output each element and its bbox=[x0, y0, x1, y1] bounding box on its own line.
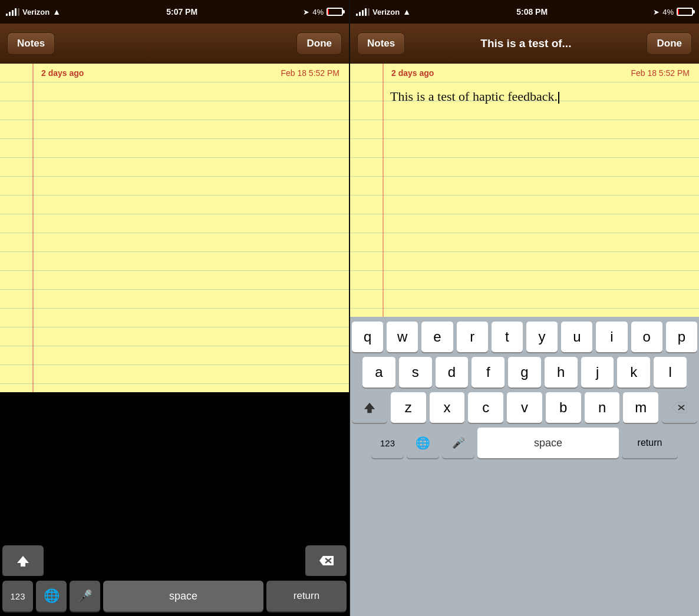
left-black-area: 123 🌐 🎤 space return bbox=[0, 392, 349, 616]
left-date-ago: 2 days ago bbox=[41, 68, 84, 78]
left-location-icon: ➤ bbox=[303, 8, 309, 16]
right-phone-panel: Verizon ▲ 5:08 PM ➤ 4% Notes This is a t… bbox=[350, 0, 699, 616]
left-status-bar: Verizon ▲ 5:07 PM ➤ 4% bbox=[0, 0, 349, 24]
key-k[interactable]: k bbox=[617, 357, 650, 388]
keyboard-row-3: z x c v b n m bbox=[352, 392, 697, 423]
right-note-text: This is a test of haptic feedback. bbox=[390, 89, 558, 104]
key-p[interactable]: p bbox=[666, 322, 697, 352]
right-notes-button[interactable]: Notes bbox=[357, 32, 405, 55]
key-a[interactable]: a bbox=[362, 357, 395, 388]
right-signal-bar-4 bbox=[365, 8, 367, 16]
right-note-area: 2 days ago Feb 18 5:52 PM This is a test… bbox=[350, 64, 699, 317]
left-notes-button[interactable]: Notes bbox=[7, 32, 55, 55]
left-done-button[interactable]: Done bbox=[296, 32, 342, 55]
shift-icon bbox=[16, 554, 30, 568]
key-e[interactable]: e bbox=[421, 322, 453, 352]
key-u[interactable]: u bbox=[561, 322, 592, 352]
left-note-area: 2 days ago Feb 18 5:52 PM bbox=[0, 64, 349, 392]
svg-marker-3 bbox=[364, 403, 375, 413]
left-date-full: Feb 18 5:52 PM bbox=[281, 68, 339, 78]
left-battery-icon bbox=[327, 8, 343, 16]
right-delete-icon bbox=[672, 402, 687, 413]
keyboard-row-1: q w e r t y u i o p bbox=[352, 322, 697, 352]
key-m[interactable]: m bbox=[623, 392, 658, 423]
left-return-button[interactable]: return bbox=[266, 581, 347, 611]
left-delete-button[interactable] bbox=[305, 545, 347, 576]
right-battery-fill bbox=[678, 9, 679, 15]
right-carrier: Verizon bbox=[372, 8, 400, 16]
right-signal-bar-1 bbox=[356, 14, 358, 16]
right-nav-bar: Notes This is a test of... Done bbox=[350, 24, 699, 64]
right-battery-pct: 4% bbox=[662, 8, 674, 16]
key-h[interactable]: h bbox=[545, 357, 578, 388]
right-location-icon: ➤ bbox=[653, 8, 660, 16]
keyboard-row-4: 123 🌐 🎤 space return bbox=[352, 428, 697, 458]
signal-bar-2 bbox=[9, 12, 11, 16]
right-margin-line bbox=[383, 64, 384, 317]
left-battery-fill bbox=[328, 9, 329, 15]
right-signal-bar-3 bbox=[362, 10, 364, 16]
right-mic-button[interactable]: 🎤 bbox=[442, 428, 474, 458]
signal-bar-5 bbox=[18, 8, 19, 16]
key-c[interactable]: c bbox=[468, 392, 503, 423]
left-globe-button[interactable]: 🌐 bbox=[36, 581, 67, 611]
key-b[interactable]: b bbox=[546, 392, 581, 423]
key-o[interactable]: o bbox=[631, 322, 662, 352]
key-v[interactable]: v bbox=[507, 392, 542, 423]
left-note-texture bbox=[0, 64, 349, 392]
key-x[interactable]: x bbox=[430, 392, 465, 423]
key-f[interactable]: f bbox=[472, 357, 505, 388]
left-margin-line bbox=[32, 64, 34, 392]
key-r[interactable]: r bbox=[457, 322, 488, 352]
right-date-full: Feb 18 5:52 PM bbox=[631, 68, 690, 78]
right-space-button[interactable]: space bbox=[477, 428, 619, 458]
key-i[interactable]: i bbox=[596, 322, 627, 352]
right-123-button[interactable]: 123 bbox=[371, 428, 404, 458]
key-w[interactable]: w bbox=[387, 322, 418, 352]
key-z[interactable]: z bbox=[391, 392, 426, 423]
right-battery-icon bbox=[677, 8, 693, 16]
right-delete-button[interactable] bbox=[662, 392, 697, 423]
key-y[interactable]: y bbox=[526, 322, 558, 352]
left-status-left: Verizon ▲ bbox=[6, 7, 61, 16]
right-shift-button[interactable] bbox=[352, 392, 387, 423]
key-t[interactable]: t bbox=[492, 322, 523, 352]
left-123-button[interactable]: 123 bbox=[2, 581, 33, 611]
right-return-button[interactable]: return bbox=[622, 428, 678, 458]
signal-bar-4 bbox=[15, 8, 17, 16]
right-status-left: Verizon ▲ bbox=[356, 7, 411, 16]
left-keyboard-bottom-row: 123 🌐 🎤 space return bbox=[0, 576, 349, 616]
right-done-button[interactable]: Done bbox=[647, 32, 692, 55]
key-s[interactable]: s bbox=[399, 357, 432, 388]
left-wifi-icon: ▲ bbox=[52, 7, 61, 16]
left-mic-button[interactable]: 🎤 bbox=[70, 581, 100, 611]
key-j[interactable]: j bbox=[581, 357, 614, 388]
text-cursor bbox=[558, 92, 559, 104]
key-d[interactable]: d bbox=[436, 357, 469, 388]
right-signal-bars bbox=[356, 8, 370, 16]
signal-bar-3 bbox=[12, 10, 14, 16]
right-wifi-icon: ▲ bbox=[403, 7, 411, 16]
right-status-bar: Verizon ▲ 5:08 PM ➤ 4% bbox=[350, 0, 699, 24]
left-nav-bar: Notes Done bbox=[0, 24, 349, 64]
left-signal-bars bbox=[6, 8, 19, 16]
key-l[interactable]: l bbox=[654, 357, 687, 388]
signal-bar-1 bbox=[6, 14, 8, 16]
left-time: 5:07 PM bbox=[166, 7, 197, 16]
key-q[interactable]: q bbox=[352, 322, 383, 352]
right-status-right: ➤ 4% bbox=[653, 8, 693, 16]
right-signal-bar-5 bbox=[368, 8, 370, 16]
right-globe-button[interactable]: 🌐 bbox=[407, 428, 439, 458]
left-shift-button[interactable] bbox=[2, 545, 44, 576]
left-phone-panel: Verizon ▲ 5:07 PM ➤ 4% Notes Done 2 days… bbox=[0, 0, 349, 616]
key-g[interactable]: g bbox=[508, 357, 541, 388]
right-note-content[interactable]: This is a test of haptic feedback. bbox=[390, 87, 693, 106]
right-signal-bar-2 bbox=[359, 12, 361, 16]
left-status-right: ➤ 4% bbox=[303, 8, 343, 16]
key-n[interactable]: n bbox=[585, 392, 620, 423]
left-space-button[interactable]: space bbox=[103, 581, 263, 611]
right-nav-title: This is a test of... bbox=[480, 37, 571, 50]
right-date-ago: 2 days ago bbox=[391, 68, 434, 78]
right-time: 5:08 PM bbox=[516, 7, 548, 16]
left-carrier: Verizon bbox=[22, 8, 50, 16]
